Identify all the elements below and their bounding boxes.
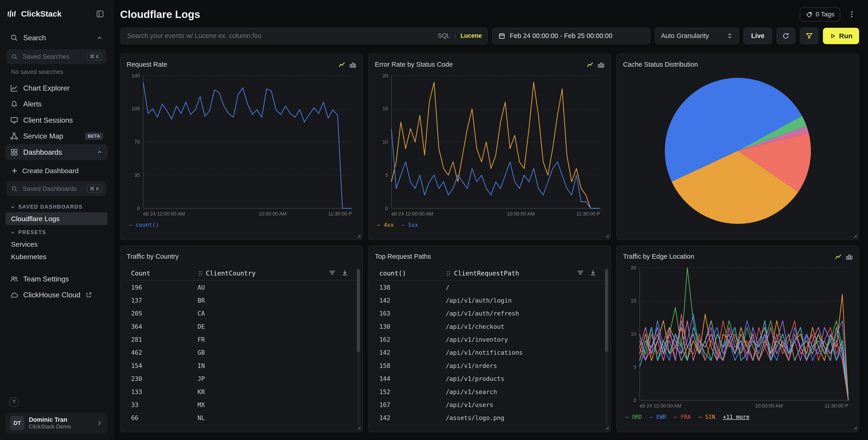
sidebar-item-alerts[interactable]: Alerts [5,96,107,112]
table-row[interactable]: 163/api/v1/auth/refresh [375,307,604,320]
granularity-select[interactable]: Auto Granularity [655,28,739,44]
refresh-button[interactable] [776,28,795,44]
table-row[interactable]: 167/api/v1/users [375,398,604,411]
cell-count: 162 [375,336,445,343]
table-row[interactable]: 33MX [127,398,356,411]
panel-resize-handle[interactable] [604,425,609,430]
table-row[interactable]: 66NL [127,411,356,424]
lucene-toggle[interactable]: Lucene [460,32,482,39]
bar-chart-toggle[interactable] [349,61,356,68]
panel-resize-handle[interactable] [852,233,858,238]
table-row[interactable]: 130/api/v1/checkout [375,320,604,333]
table-row[interactable]: 137BR [127,294,356,307]
column-header-value[interactable]: ClientCountry [206,270,256,277]
cell-count: 144 [375,375,445,382]
live-button[interactable]: Live [743,28,772,44]
sidebar-item-chart-explorer[interactable]: Chart Explorer [5,80,107,96]
legend-item[interactable]: — 5xx [401,222,418,228]
table-row[interactable]: 144/api/v1/products [375,372,604,385]
table-row[interactable]: 364DE [127,320,356,333]
filter-button[interactable] [800,28,818,44]
sidebar-item-search[interactable]: Search [5,30,107,46]
cell-value: BR [197,297,356,304]
table-row[interactable]: 142/api/v1/auth/login [375,294,604,307]
dashboards-icon [10,148,18,156]
sidebar-preset-services[interactable]: Services [5,238,107,250]
avatar: DT [10,416,24,430]
svg-text:11:30:00 P: 11:30:00 P [577,211,600,217]
filter-icon [805,32,813,40]
table-row[interactable]: 152/api/v1/search [375,385,604,398]
tags-button[interactable]: 0 Tags [800,7,840,22]
panel-error-rate: Error Rate by Status Code 05101520eb 24 … [368,54,611,240]
panel-cache-status: Cache Status Distribution [616,54,859,240]
table-row[interactable]: 281FR [127,333,356,346]
cell-value: /api/v1/users [445,401,604,408]
legend-item[interactable]: — count() [129,222,159,228]
table-row[interactable]: 158/api/v1/orders [375,359,604,372]
line-chart-toggle[interactable] [835,253,842,260]
sidebar-item-team-settings[interactable]: Team Settings [5,271,107,287]
table-row[interactable]: 133KR [127,385,356,398]
saved-searches-input[interactable]: ⌘ K [7,49,106,64]
legend-more-link[interactable]: +11 more [723,414,750,420]
table-row[interactable]: 230JP [127,372,356,385]
drag-handle-icon[interactable] [445,270,451,277]
sidebar-collapse-button[interactable] [95,9,105,19]
column-header-value[interactable]: ClientRequestPath [454,270,519,277]
legend-item[interactable]: — SIN [699,414,715,420]
column-header-count[interactable]: Count [127,270,197,277]
table-row[interactable]: 142/assets/logo.png [375,411,604,424]
table-row[interactable]: 196AU [127,281,356,294]
table-row[interactable]: 142/api/v1/notifications [375,346,604,359]
drag-handle-icon[interactable] [197,270,203,277]
sql-toggle[interactable]: SQL [438,32,450,39]
legend-item[interactable]: — ORD [625,414,642,420]
line-chart-toggle[interactable] [339,61,345,68]
bar-chart-toggle[interactable] [598,61,604,68]
saved-dashboards-input[interactable]: ⌘ K [7,181,106,196]
section-saved-dashboards[interactable]: SAVED DASHBOARDS [5,200,107,212]
panel-resize-handle[interactable] [604,233,609,238]
panel-resize-handle[interactable] [852,425,858,430]
filter-rows-icon[interactable] [329,269,336,276]
user-menu[interactable]: DT Dominic Tran ClickStack Demo [5,413,107,434]
legend-item[interactable]: — FRA [674,414,691,420]
sidebar-item-service-map[interactable]: Service Map BETA [5,128,107,144]
cell-count: 142 [375,414,445,421]
cell-value: /assets/logo.png [445,414,604,421]
scrollbar-thumb[interactable] [605,269,609,352]
download-icon[interactable] [590,269,597,276]
time-range-picker[interactable]: Feb 24 00:00:00 - Feb 25 00:00:00 [492,28,651,44]
table-row[interactable]: 154IN [127,359,356,372]
legend-item[interactable]: — EWR [650,414,666,420]
table-row[interactable]: 205CA [127,307,356,320]
legend-item[interactable]: — 4xx [377,222,394,228]
sidebar-item-client-sessions[interactable]: Client Sessions [5,112,107,128]
table-row[interactable]: 138/ [375,281,604,294]
section-presets[interactable]: PRESETS [5,225,107,238]
bar-chart-toggle[interactable] [846,253,852,260]
scrollbar-thumb[interactable] [357,269,360,352]
event-search-box[interactable]: SQL | Lucene [120,28,488,44]
panel-resize-handle[interactable] [356,425,361,430]
more-options-button[interactable] [845,7,859,22]
sidebar-item-dashboards[interactable]: Dashboards [5,144,107,160]
help-button[interactable]: ? [9,397,19,407]
saved-dashboards-field[interactable] [22,184,83,193]
create-dashboard-button[interactable]: Create Dashboard [5,164,107,178]
filter-rows-icon[interactable] [577,269,584,276]
table-row[interactable]: 462GB [127,346,356,359]
panel-resize-handle[interactable] [356,233,361,238]
event-search-input[interactable] [126,32,434,40]
table-row[interactable]: 162/api/v1/inventory [375,333,604,346]
column-header-count[interactable]: count() [375,270,445,277]
run-button[interactable]: Run [823,28,859,44]
sidebar-preset-kubernetes[interactable]: Kubernetes [5,250,107,263]
line-chart-toggle[interactable] [587,61,593,68]
sidebar-item-clickhouse-cloud[interactable]: ClickHouse Cloud [5,287,107,303]
sidebar-dashboard-cloudflare-logs[interactable]: Cloudflare Logs [5,212,107,225]
saved-searches-field[interactable] [22,53,83,61]
svg-text:11:30:00 P: 11:30:00 P [825,403,848,409]
download-icon[interactable] [341,269,349,276]
